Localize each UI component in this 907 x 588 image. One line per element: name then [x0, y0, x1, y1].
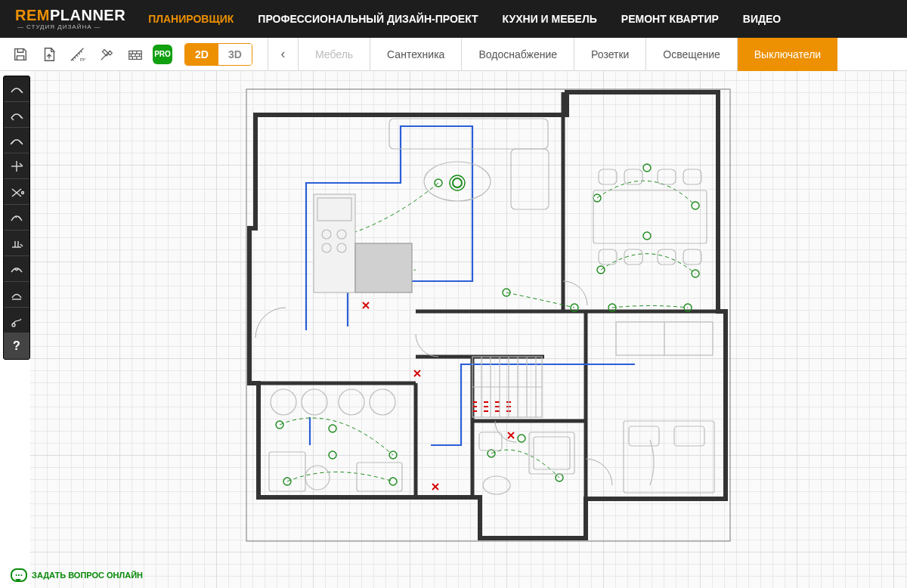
pro-badge[interactable]: PRO: [153, 45, 172, 64]
side-tool-5[interactable]: [4, 205, 29, 231]
side-tool-3[interactable]: [4, 153, 29, 179]
side-tool-9[interactable]: [4, 308, 29, 333]
svg-text:m²: m²: [80, 57, 86, 62]
svg-point-20: [643, 232, 651, 240]
plan-tab-5[interactable]: Выключатели: [737, 38, 837, 71]
plan-tabs: МебельСантехникаВодоснабжениеРозеткиОсве…: [298, 38, 907, 71]
chat-label: ЗАДАТЬ ВОПРОС ОНЛАЙН: [32, 571, 143, 580]
svg-point-60: [370, 389, 395, 415]
svg-point-14: [518, 435, 525, 442]
view-2d-button[interactable]: 2D: [185, 44, 218, 65]
top-nav: REMPLANNER СТУДИЯ ДИЗАЙНА ПЛАНИРОВЩИКПРО…: [0, 0, 907, 38]
svg-point-4: [12, 323, 15, 326]
view-3d-button[interactable]: 3D: [218, 44, 252, 65]
nav-items: ПЛАНИРОВЩИКПРОФЕССИОНАЛЬНЫЙ ДИЗАЙН-ПРОЕК…: [148, 13, 781, 25]
nav-item-0[interactable]: ПЛАНИРОВЩИК: [148, 13, 234, 25]
chat-bubble-icon: [11, 568, 27, 582]
svg-point-10: [329, 451, 336, 459]
tabs-prev-button[interactable]: ‹: [268, 38, 298, 71]
plan-tab-3[interactable]: Розетки: [574, 38, 645, 71]
side-tool-help[interactable]: ?: [4, 333, 29, 359]
svg-rect-29: [389, 119, 548, 149]
svg-rect-56: [479, 432, 502, 450]
svg-rect-32: [314, 194, 355, 292]
toolbar: m² PRO 2D 3D ‹ МебельСантехникаВодоснабж…: [0, 38, 907, 71]
svg-point-11: [329, 425, 336, 432]
side-tool-0[interactable]: [4, 76, 29, 102]
svg-rect-33: [355, 243, 412, 292]
save-icon[interactable]: [9, 43, 32, 66]
svg-point-55: [483, 476, 510, 494]
toolbar-left: m² PRO 2D 3D: [0, 43, 262, 66]
side-tool-2[interactable]: [4, 128, 29, 153]
nav-item-3[interactable]: РЕМОНТ КВАРТИР: [621, 13, 719, 25]
svg-rect-54: [534, 437, 570, 469]
svg-rect-49: [624, 421, 714, 493]
nav-item-1[interactable]: ПРОФЕССИОНАЛЬНЫЙ ДИЗАЙН-ПРОЕКТ: [258, 13, 478, 25]
nav-item-2[interactable]: КУХНИ И МЕБЕЛЬ: [503, 13, 597, 25]
svg-rect-50: [629, 426, 659, 446]
svg-rect-53: [529, 432, 574, 474]
logo[interactable]: REMPLANNER СТУДИЯ ДИЗАЙНА: [15, 8, 125, 30]
svg-point-57: [271, 389, 296, 415]
floor-plan-drawing: [242, 85, 737, 553]
wall-icon[interactable]: [124, 43, 147, 66]
svg-point-23: [453, 178, 462, 187]
side-tool-6[interactable]: [4, 231, 29, 256]
svg-point-3: [22, 191, 24, 193]
svg-point-9: [389, 478, 397, 485]
svg-rect-30: [511, 149, 549, 209]
svg-point-62: [305, 466, 330, 490]
svg-rect-41: [624, 169, 642, 184]
export-icon[interactable]: [38, 43, 60, 66]
svg-rect-47: [683, 249, 701, 265]
side-tool-8[interactable]: [4, 282, 29, 308]
svg-rect-5: [246, 89, 730, 541]
svg-point-59: [339, 389, 364, 415]
svg-rect-40: [599, 169, 617, 184]
chat-online-button[interactable]: ЗАДАТЬ ВОПРОС ОНЛАЙН: [11, 568, 143, 582]
svg-rect-63: [357, 463, 402, 491]
side-tool-7[interactable]: [4, 256, 29, 282]
logo-subtitle: СТУДИЯ ДИЗАЙНА: [15, 24, 104, 30]
plan-tab-2[interactable]: Водоснабжение: [461, 38, 574, 71]
tools-icon[interactable]: [95, 43, 118, 66]
plan-tab-1[interactable]: Сантехника: [370, 38, 461, 71]
svg-point-31: [424, 162, 491, 201]
svg-point-58: [302, 389, 327, 415]
side-tool-4[interactable]: [4, 179, 29, 205]
logo-text: REMPLANNER: [15, 8, 125, 23]
svg-rect-43: [683, 169, 701, 184]
floor-plan-canvas[interactable]: [30, 71, 907, 588]
nav-item-4[interactable]: ВИДЕО: [743, 13, 781, 25]
plan-tab-4[interactable]: Освещение: [645, 38, 736, 71]
main-area: ?: [0, 71, 907, 588]
side-toolbar: ?: [3, 76, 30, 360]
svg-rect-42: [658, 169, 676, 184]
svg-rect-39: [593, 190, 707, 243]
plan-tab-0[interactable]: Мебель: [298, 38, 370, 71]
svg-rect-51: [674, 426, 704, 446]
measure-icon[interactable]: m²: [67, 43, 89, 66]
svg-point-19: [643, 164, 651, 172]
view-toggle: 2D 3D: [184, 43, 252, 66]
side-tool-1[interactable]: [4, 102, 29, 128]
